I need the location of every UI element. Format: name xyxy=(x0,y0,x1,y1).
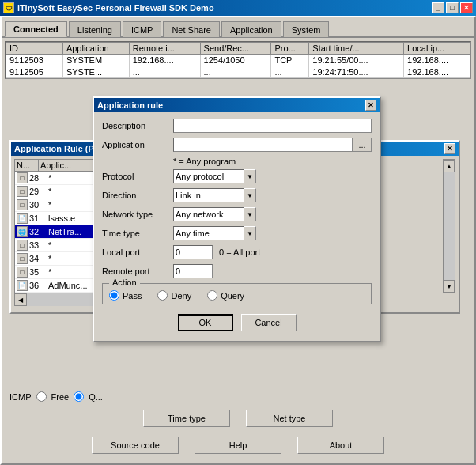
query-option: Query xyxy=(207,290,244,301)
ok-button[interactable]: OK xyxy=(178,314,233,331)
tab-system[interactable]: System xyxy=(283,21,330,37)
application-rule-dialog: Application rule ✕ Description Applicati… xyxy=(93,96,381,342)
app-icon: 📄 xyxy=(17,280,28,291)
time-type-button[interactable]: Time type xyxy=(143,410,230,427)
dialog-close-button[interactable]: ✕ xyxy=(365,100,376,111)
bottom-buttons-row1: Time type Net type xyxy=(2,410,474,427)
network-type-row: Network type Any network LAN WAN ▼ xyxy=(102,207,372,221)
network-dropdown-arrow[interactable]: ▼ xyxy=(244,207,256,221)
local-port-row: Local port 0 = All port xyxy=(102,245,372,259)
right-scroll-track xyxy=(444,172,455,280)
col-startTime: Start time/... xyxy=(309,43,404,55)
direction-select-wrapper: Link in Link out Both ▼ xyxy=(173,188,257,202)
deny-radio[interactable] xyxy=(157,290,168,301)
maximize-button[interactable]: □ xyxy=(446,2,459,13)
dialog-body: Description Application ... * = Any prog… xyxy=(94,112,380,341)
protocol-select[interactable]: Any protocol TCP UDP ICMP xyxy=(173,169,244,183)
remote-port-label: Remote port xyxy=(102,267,173,276)
any-program-hint: * = Any program xyxy=(173,157,372,166)
query-label: Query xyxy=(221,291,244,301)
title-bar: 🛡 iTinySoft EasySec Personal Firewall SD… xyxy=(0,0,476,16)
direction-label: Direction xyxy=(102,191,173,200)
col-proto: Pro... xyxy=(271,43,309,55)
network-type-select-wrapper: Any network LAN WAN ▼ xyxy=(173,207,257,221)
col-sendRec: Send/Rec... xyxy=(200,43,271,55)
right-scroll-up[interactable]: ▲ xyxy=(444,160,455,172)
time-type-label: Time type xyxy=(102,229,173,238)
remote-port-row: Remote port xyxy=(102,264,372,278)
app-icon: □ xyxy=(17,186,28,197)
icmp-q-label: Q... xyxy=(89,392,103,402)
tab-connected[interactable]: Connected xyxy=(5,21,67,37)
icmp-free-radio[interactable] xyxy=(36,391,47,402)
connection-table-container: ID Application Remote i... Send/Rec... P… xyxy=(5,41,471,79)
icmp-free-label: Free xyxy=(51,392,70,402)
local-port-label: Local port xyxy=(102,248,173,257)
main-window: Connected Listening ICMP Net Share Appli… xyxy=(0,16,476,465)
action-legend: Action xyxy=(109,278,140,287)
help-button[interactable]: Help xyxy=(195,437,281,454)
remote-port-input[interactable] xyxy=(173,264,213,278)
browse-button[interactable]: ... xyxy=(353,138,372,152)
connection-area: ID Application Remote i... Send/Rec... P… xyxy=(2,38,474,82)
app-icon: □ xyxy=(17,253,28,264)
pass-radio[interactable] xyxy=(109,290,119,301)
icmp-q-radio[interactable] xyxy=(74,391,84,402)
time-type-select[interactable]: Any time Weekday Weekend xyxy=(173,226,244,240)
description-row: Description xyxy=(102,119,372,133)
source-code-button[interactable]: Source code xyxy=(92,437,179,454)
about-button[interactable]: About xyxy=(297,437,384,454)
connection-table: ID Application Remote i... Send/Rec... P… xyxy=(6,42,470,78)
col-remote: Remote i... xyxy=(129,43,200,55)
dialog-title-bar: Application rule ✕ xyxy=(94,98,380,112)
col-id: ID xyxy=(6,43,63,55)
app-icon: □ xyxy=(17,172,28,183)
tab-bar: Connected Listening ICMP Net Share Appli… xyxy=(2,17,474,38)
col-app: Application xyxy=(62,43,129,55)
local-port-input[interactable] xyxy=(173,245,213,259)
protocol-select-wrapper: Any protocol TCP UDP ICMP ▼ xyxy=(173,169,257,183)
tab-application[interactable]: Application xyxy=(221,21,281,37)
application-input[interactable] xyxy=(173,138,353,152)
direction-select[interactable]: Link in Link out Both xyxy=(173,188,244,202)
cancel-button[interactable]: Cancel xyxy=(241,314,297,331)
app-icon: 📄 xyxy=(17,213,28,224)
description-label: Description xyxy=(102,121,173,130)
action-group: Action Pass Deny Query xyxy=(102,283,372,304)
pass-label: Pass xyxy=(123,291,142,301)
net-type-button[interactable]: Net type xyxy=(246,410,333,427)
bottom-buttons-row2: Source code Help About xyxy=(2,437,474,454)
scroll-left-arrow[interactable]: ◀ xyxy=(14,293,27,306)
direction-dropdown-arrow[interactable]: ▼ xyxy=(244,188,256,202)
app-rule-close-button[interactable]: ✕ xyxy=(444,143,455,154)
tab-icmp[interactable]: ICMP xyxy=(123,21,162,37)
col-localIp: Local ip... xyxy=(404,43,470,55)
icmp-section: ICMP Free Q... xyxy=(9,391,103,402)
application-row: Application ... xyxy=(102,138,372,152)
tab-netshare[interactable]: Net Share xyxy=(163,21,220,37)
minimize-button[interactable]: _ xyxy=(432,2,444,13)
app-icon: □ xyxy=(17,199,28,210)
time-type-row: Time type Any time Weekday Weekend ▼ xyxy=(102,226,372,240)
description-input[interactable] xyxy=(173,119,372,133)
app-title: iTinySoft EasySec Personal Firewall SDK … xyxy=(17,3,214,13)
time-type-select-wrapper: Any time Weekday Weekend ▼ xyxy=(173,226,257,240)
tab-listening[interactable]: Listening xyxy=(69,21,121,37)
query-radio[interactable] xyxy=(207,290,217,301)
app-icon: 🛡 xyxy=(3,2,14,13)
time-dropdown-arrow[interactable]: ▼ xyxy=(244,226,256,240)
table-row[interactable]: 9112505SYSTE............19:24:71:50....1… xyxy=(6,66,470,78)
close-button[interactable]: ✕ xyxy=(460,2,473,13)
protocol-label: Protocol xyxy=(102,172,173,181)
application-label: Application xyxy=(102,140,173,149)
application-input-area: ... xyxy=(173,138,372,152)
direction-row: Direction Link in Link out Both ▼ xyxy=(102,188,372,202)
deny-option: Deny xyxy=(157,290,191,301)
table-row[interactable]: 9112503SYSTEM192.168....1254/1050TCP19:2… xyxy=(6,55,470,66)
right-scrollbar-v[interactable]: ▲ ▼ xyxy=(443,159,455,293)
protocol-row: Protocol Any protocol TCP UDP ICMP ▼ xyxy=(102,169,372,183)
deny-label: Deny xyxy=(171,291,191,301)
right-scroll-down[interactable]: ▼ xyxy=(444,280,455,293)
network-type-select[interactable]: Any network LAN WAN xyxy=(173,207,244,221)
protocol-dropdown-arrow[interactable]: ▼ xyxy=(244,169,256,183)
